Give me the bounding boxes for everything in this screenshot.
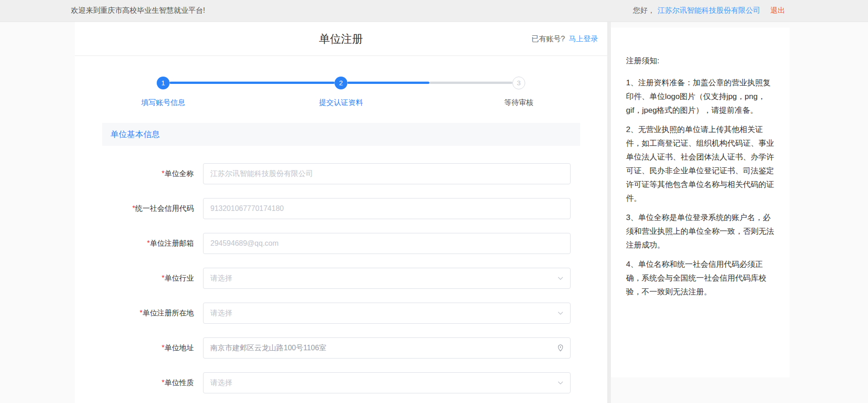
chevron-down-icon[interactable] xyxy=(556,309,565,317)
step-connector-2-3-done xyxy=(347,82,429,84)
notice-paragraph-4: 4、单位名称和统一社会信用代码必须正确，系统会与全国统一社会信用代码库校验，不一… xyxy=(626,258,775,299)
notice-paragraph-1: 1、注册资料准备：加盖公章的营业执照复印件、单位logo图片（仅支持jpg，pn… xyxy=(626,76,775,117)
step-label-await-review: 等待审核 xyxy=(482,98,555,108)
company-name-control xyxy=(203,163,571,184)
step-label-submit-materials: 提交认证资料 xyxy=(304,98,378,108)
field-label: *单位全称 xyxy=(75,169,194,179)
field-label: *单位性质 xyxy=(75,378,194,388)
have-account-text: 已有账号? xyxy=(532,35,565,43)
form-row-company-name: *单位全称 xyxy=(75,163,607,184)
unit-nature-select[interactable] xyxy=(203,372,571,393)
field-label: *单位注册所在地 xyxy=(75,309,194,318)
topbar-account-area: 您好， 江苏尔讯智能科技股份有限公司 退出 xyxy=(633,6,785,16)
form-row-email: *单位注册邮箱 xyxy=(75,233,607,254)
credit-code-input[interactable] xyxy=(203,198,571,219)
notice-sidebar: 注册须知: 1、注册资料准备：加盖公章的营业执照复印件、单位logo图片（仅支持… xyxy=(611,28,790,377)
credit-code-control xyxy=(203,198,571,219)
step-indicator: 1 2 3 填写账号信息 提交认证资料 等待审核 xyxy=(75,56,607,123)
registration-card: 单位注册 已有账号? 马上登录 1 2 3 填写账号信息 提交认证资料 等待审核… xyxy=(75,22,607,403)
step-circle-1: 1 xyxy=(157,77,170,89)
page-title: 单位注册 xyxy=(75,22,607,56)
company-name-input[interactable] xyxy=(203,163,571,184)
login-hint: 已有账号? 马上登录 xyxy=(532,22,598,56)
panel-gap xyxy=(607,22,611,403)
step-label-account-info: 填写账号信息 xyxy=(126,98,200,108)
chevron-down-icon[interactable] xyxy=(556,274,565,282)
email-control xyxy=(203,233,571,254)
step-connector-1-2 xyxy=(170,82,335,84)
field-label: *单位注册邮箱 xyxy=(75,239,194,248)
notice-paragraph-3: 3、单位全称是单位登录系统的账户名，必须和营业执照上的单位全称一致，否则无法注册… xyxy=(626,211,775,252)
registered-location-select[interactable] xyxy=(203,303,571,324)
unit-basic-info-form: *单位全称 *统一社会信用代码 *单位注册邮箱 *单位行业 xyxy=(75,163,607,393)
form-row-industry: *单位行业 xyxy=(75,268,607,289)
form-row-credit-code: *统一社会信用代码 xyxy=(75,198,607,219)
section-banner: 单位基本信息 xyxy=(102,123,580,146)
page-body: 单位注册 已有账号? 马上登录 1 2 3 填写账号信息 提交认证资料 等待审核… xyxy=(0,22,868,403)
topbar: 欢迎来到重庆市高校毕业生智慧就业平台! 您好， 江苏尔讯智能科技股份有限公司 退… xyxy=(0,0,868,22)
logout-link[interactable]: 退出 xyxy=(770,6,785,16)
field-label: *统一社会信用代码 xyxy=(75,204,194,214)
email-input[interactable] xyxy=(203,233,571,254)
field-label: *单位地址 xyxy=(75,343,194,353)
step-circle-2: 2 xyxy=(335,77,347,89)
address-control xyxy=(203,337,571,359)
welcome-text: 欢迎来到重庆市高校毕业生智慧就业平台! xyxy=(71,6,205,16)
greeting-prefix: 您好， xyxy=(633,6,655,16)
chevron-down-icon[interactable] xyxy=(556,379,565,387)
location-pin-icon[interactable] xyxy=(556,344,565,352)
form-row-address: *单位地址 xyxy=(75,337,607,359)
card-header: 单位注册 已有账号? 马上登录 xyxy=(75,22,607,56)
form-row-registered-location: *单位注册所在地 xyxy=(75,303,607,324)
industry-select-input[interactable] xyxy=(203,268,571,289)
login-now-link[interactable]: 马上登录 xyxy=(569,35,598,43)
form-row-unit-nature: *单位性质 xyxy=(75,372,607,393)
industry-select[interactable] xyxy=(203,268,571,289)
registered-location-select-input[interactable] xyxy=(203,303,571,324)
notice-paragraph-2: 2、无营业执照的单位请上传其他相关证件，如工商登记证、组织机构代码证、事业单位法… xyxy=(626,123,775,205)
address-input[interactable] xyxy=(203,337,571,359)
field-label: *单位行业 xyxy=(75,274,194,283)
company-account-link[interactable]: 江苏尔讯智能科技股份有限公司 xyxy=(658,6,760,16)
unit-nature-select-input[interactable] xyxy=(203,372,571,393)
step-circle-3: 3 xyxy=(512,77,525,89)
step-connector-2-3-rest xyxy=(429,82,512,84)
notice-title: 注册须知: xyxy=(626,54,775,68)
section-title-basic-info: 单位基本信息 xyxy=(110,129,160,140)
